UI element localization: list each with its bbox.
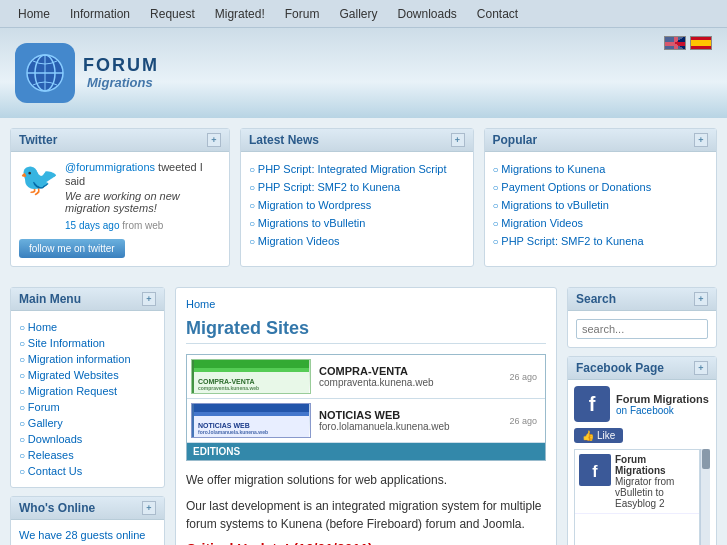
- latest-news-widget-icon[interactable]: +: [451, 133, 465, 147]
- main-menu-widget: Main Menu + Home Site Information Migrat…: [10, 287, 165, 488]
- nav-forum[interactable]: Forum: [275, 0, 330, 28]
- popular-link-0[interactable]: Migrations to Kunena: [501, 163, 605, 175]
- svg-text:f: f: [592, 463, 598, 480]
- nav-downloads[interactable]: Downloads: [387, 0, 466, 28]
- main-menu-widget-icon[interactable]: +: [142, 292, 156, 306]
- twitter-widget-body: 🐦 @forummigrations tweeted I said We are…: [11, 152, 229, 266]
- twitter-time-link[interactable]: 15 days ago: [65, 220, 120, 231]
- nav-information[interactable]: Information: [60, 0, 140, 28]
- menu-link-home[interactable]: Home: [28, 321, 57, 333]
- facebook-widget-icon[interactable]: +: [694, 361, 708, 375]
- twitter-widget: Twitter + 🐦 @forummigrations tweeted I s…: [10, 128, 230, 267]
- facebook-logo-icon: f: [574, 386, 610, 422]
- list-item: Migrations to Kunena: [493, 160, 709, 178]
- sidebar-item-migration-info: Migration information: [19, 351, 156, 367]
- whos-online-header: Who's Online +: [11, 497, 164, 520]
- news-link-0[interactable]: PHP Script: Integrated Migration Script: [258, 163, 447, 175]
- center-content: Home Migrated Sites COMPRA-VENTA comprav…: [175, 287, 557, 545]
- popular-widget-icon[interactable]: +: [694, 133, 708, 147]
- breadcrumb-home[interactable]: Home: [186, 298, 215, 310]
- thumbs-up-icon: 👍: [582, 430, 594, 441]
- gallery-thumb-1: NOTICIAS WEB foro.lolamanuela.kunena.web: [191, 403, 311, 438]
- gallery-footer: EDITIONS: [187, 443, 545, 460]
- search-widget-body: [568, 311, 716, 347]
- news-link-2[interactable]: Migration to Wordpress: [258, 199, 372, 211]
- list-item: PHP Script: SMF2 to Kunena: [249, 178, 465, 196]
- sidebar-item-releases: Releases: [19, 447, 156, 463]
- content-text-1: We offer migration solutions for web app…: [186, 471, 546, 489]
- list-item: PHP Script: Integrated Migration Script: [249, 160, 465, 178]
- menu-link-forum[interactable]: Forum: [28, 401, 60, 413]
- header: FORUM Migrations: [0, 28, 727, 118]
- gallery-info-0: COMPRA-VENTA compraventa.kunena.web: [319, 365, 505, 388]
- sidebar-item-site-info: Site Information: [19, 335, 156, 351]
- popular-list: Migrations to Kunena Payment Options or …: [493, 160, 709, 250]
- fb-scroll-content: f Forum Migrations Migrator from vBullet…: [574, 449, 700, 545]
- menu-link-migrated-websites[interactable]: Migrated Websites: [28, 369, 119, 381]
- follow-button[interactable]: follow me on twitter: [19, 239, 125, 258]
- svg-text:NOTICIAS WEB: NOTICIAS WEB: [198, 422, 250, 429]
- sidebar-item-gallery: Gallery: [19, 415, 156, 431]
- facebook-widget-body: f Forum Migrations on Facebook 👍 Like: [568, 380, 716, 545]
- facebook-widget-header: Facebook Page +: [568, 357, 716, 380]
- news-list: PHP Script: Integrated Migration Script …: [249, 160, 465, 250]
- twitter-widget-header: Twitter +: [11, 129, 229, 152]
- fb-scroll-area: f Forum Migrations Migrator from vBullet…: [574, 449, 710, 545]
- nav-migrated[interactable]: Migrated!: [205, 0, 275, 28]
- fb-page-item: f Forum Migrations on Facebook: [574, 386, 710, 422]
- critical-update: Critical Update! (16/01/2011): [186, 541, 546, 545]
- sidebar-item-forum: Forum: [19, 399, 156, 415]
- main-layout: Main Menu + Home Site Information Migrat…: [0, 277, 727, 545]
- fb-item-name: Forum Migrations: [615, 454, 695, 476]
- gallery-box: COMPRA-VENTA compraventa.kunena.web COMP…: [186, 354, 546, 461]
- logo: FORUM Migrations: [15, 43, 159, 103]
- menu-link-migration-request[interactable]: Migration Request: [28, 385, 117, 397]
- nav-contact[interactable]: Contact: [467, 0, 528, 28]
- top-widgets: Twitter + 🐦 @forummigrations tweeted I s…: [0, 118, 727, 277]
- nav-gallery[interactable]: Gallery: [329, 0, 387, 28]
- fb-item-image: f: [579, 454, 611, 486]
- popular-link-3[interactable]: Migration Videos: [501, 217, 583, 229]
- sidebar-item-contact: Contact Us: [19, 463, 156, 479]
- whos-online-body: We have 28 guests online: [11, 520, 164, 545]
- latest-news-body: PHP Script: Integrated Migration Script …: [241, 152, 473, 258]
- like-button[interactable]: 👍 Like: [574, 428, 623, 443]
- menu-link-downloads[interactable]: Downloads: [28, 433, 82, 445]
- breadcrumb: Home: [186, 298, 546, 310]
- navbar: Home Information Request Migrated! Forum…: [0, 0, 727, 28]
- news-link-3[interactable]: Migrations to vBulletin: [258, 217, 366, 229]
- twitter-widget-icon[interactable]: +: [207, 133, 221, 147]
- sidebar-item-migrated-websites: Migrated Websites: [19, 367, 156, 383]
- popular-link-4[interactable]: PHP Script: SMF2 to Kunena: [501, 235, 643, 247]
- menu-link-migration-info[interactable]: Migration information: [28, 353, 131, 365]
- gallery-info-1: NOTICIAS WEB foro.lolamanuela.kunena.web: [319, 409, 505, 432]
- menu-link-contact[interactable]: Contact Us: [28, 465, 82, 477]
- news-link-1[interactable]: PHP Script: SMF2 to Kunena: [258, 181, 400, 193]
- svg-rect-6: [194, 360, 309, 368]
- svg-text:COMPRA-VENTA: COMPRA-VENTA: [198, 378, 255, 385]
- list-item: Migrations to vBulletin: [493, 196, 709, 214]
- search-input[interactable]: [576, 319, 708, 339]
- popular-link-1[interactable]: Payment Options or Donations: [501, 181, 651, 193]
- nav-request[interactable]: Request: [140, 0, 205, 28]
- twitter-username[interactable]: @forummigrations: [65, 161, 155, 173]
- news-link-4[interactable]: Migration Videos: [258, 235, 340, 247]
- svg-rect-7: [194, 368, 309, 372]
- page-title: Migrated Sites: [186, 318, 546, 344]
- scrollbar-thumb[interactable]: [702, 449, 710, 469]
- flag-es[interactable]: [690, 36, 712, 50]
- popular-link-2[interactable]: Migrations to vBulletin: [501, 199, 609, 211]
- search-widget-icon[interactable]: +: [694, 292, 708, 306]
- main-menu-header: Main Menu +: [11, 288, 164, 311]
- menu-link-gallery[interactable]: Gallery: [28, 417, 63, 429]
- menu-link-releases[interactable]: Releases: [28, 449, 74, 461]
- list-item: Migration Videos: [249, 232, 465, 250]
- menu-link-site-info[interactable]: Site Information: [28, 337, 105, 349]
- nav-home[interactable]: Home: [8, 0, 60, 28]
- svg-text:compraventa.kunena.web: compraventa.kunena.web: [198, 385, 259, 391]
- gallery-date-0: 26 ago: [505, 370, 541, 384]
- whos-online-widget-icon[interactable]: +: [142, 501, 156, 515]
- flag-uk[interactable]: [664, 36, 686, 50]
- sidebar-item-downloads: Downloads: [19, 431, 156, 447]
- popular-widget-body: Migrations to Kunena Payment Options or …: [485, 152, 717, 258]
